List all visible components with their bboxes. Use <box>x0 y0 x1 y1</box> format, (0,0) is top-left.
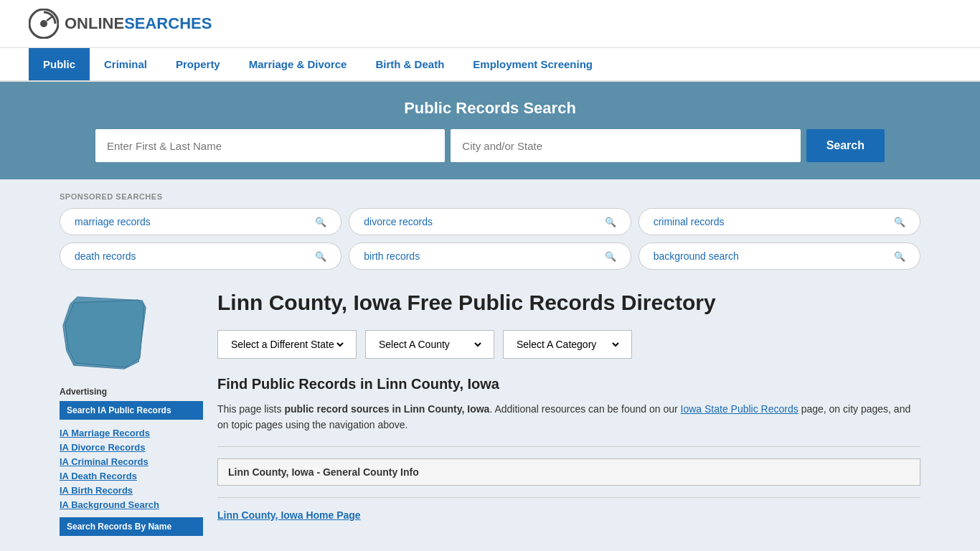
sidebar-ad-label: Advertising <box>60 387 203 397</box>
search-form: Search <box>95 129 885 162</box>
sponsored-pill-criminal-label: criminal records <box>654 216 725 227</box>
sponsored-pill-criminal[interactable]: criminal records 🔍 <box>639 208 920 235</box>
search-icon-1: 🔍 <box>315 217 326 227</box>
divider-2 <box>217 497 920 498</box>
iowa-state-link[interactable]: Iowa State Public Records <box>681 403 798 415</box>
sponsored-pill-birth[interactable]: birth records 🔍 <box>349 242 631 270</box>
sidebar-link-criminal[interactable]: IA Criminal Records <box>60 456 149 467</box>
sponsored-pill-death[interactable]: death records 🔍 <box>60 242 341 270</box>
sidebar: Advertising Search IA Public Records IA … <box>60 290 203 536</box>
sponsored-pill-marriage-label: marriage records <box>75 216 151 227</box>
sidebar-link-background[interactable]: IA Background Search <box>60 499 159 510</box>
svg-point-1 <box>40 20 47 27</box>
section-home-page-link[interactable]: Linn County, Iowa Home Page <box>217 509 361 521</box>
main-nav: Public Criminal Property Marriage & Divo… <box>0 48 980 82</box>
county-select[interactable]: Select A County <box>376 338 484 351</box>
county-dropdown[interactable]: Select A County <box>365 330 494 359</box>
state-select[interactable]: Select a Different State <box>228 338 346 351</box>
find-desc-bold: public record sources in Linn County, Io… <box>284 403 489 415</box>
logo-text-searches: SEARCHES <box>124 14 212 32</box>
divider-1 <box>217 446 920 447</box>
nav-property[interactable]: Property <box>161 48 235 80</box>
section-general-county-label: Linn County, Iowa - General County Info <box>228 466 419 478</box>
search-button[interactable]: Search <box>806 129 885 162</box>
sponsored-pill-divorce-label: divorce records <box>364 216 433 227</box>
logo-icon <box>29 9 59 39</box>
sponsored-pill-marriage[interactable]: marriage records 🔍 <box>60 208 341 235</box>
logo-text-online: ONLINE <box>65 14 124 32</box>
svg-line-2 <box>47 16 53 21</box>
main-content: SPONSORED SEARCHES marriage records 🔍 di… <box>45 179 935 550</box>
sidebar-search-by-name-btn[interactable]: Search Records By Name <box>60 517 203 536</box>
sponsored-grid: marriage records 🔍 divorce records 🔍 cri… <box>60 208 920 270</box>
search-icon-3: 🔍 <box>894 217 905 227</box>
sidebar-search-ia-btn[interactable]: Search IA Public Records <box>60 401 203 420</box>
iowa-state-map <box>60 290 153 376</box>
sidebar-link-marriage[interactable]: IA Marriage Records <box>60 428 150 438</box>
search-banner-title: Public Records Search <box>29 99 951 118</box>
state-dropdown[interactable]: Select a Different State <box>217 330 357 359</box>
sidebar-link-birth[interactable]: IA Birth Records <box>60 485 133 496</box>
sidebar-links: IA Marriage Records IA Divorce Records I… <box>60 427 203 510</box>
sidebar-link-death[interactable]: IA Death Records <box>60 471 137 481</box>
page-title: Linn County, Iowa Free Public Records Di… <box>217 290 920 316</box>
sponsored-pill-death-label: death records <box>75 250 136 262</box>
site-header: ONLINESEARCHES <box>0 0 980 48</box>
search-banner: Public Records Search Search <box>0 82 980 179</box>
category-select[interactable]: Select A Category <box>514 338 621 351</box>
sidebar-link-divorce[interactable]: IA Divorce Records <box>60 442 145 453</box>
search-icon-2: 🔍 <box>605 217 616 227</box>
category-dropdown[interactable]: Select A Category <box>503 330 632 359</box>
sponsored-section: SPONSORED SEARCHES marriage records 🔍 di… <box>60 179 920 276</box>
find-desc-text1: This page lists <box>217 403 284 415</box>
find-description: This page lists public record sources in… <box>217 401 920 433</box>
find-title: Find Public Records in Linn County, Iowa <box>217 376 920 392</box>
nav-public[interactable]: Public <box>29 48 90 80</box>
nav-employment[interactable]: Employment Screening <box>458 48 607 80</box>
search-icon-4: 🔍 <box>315 251 326 262</box>
sponsored-pill-background-label: background search <box>654 250 739 262</box>
nav-criminal[interactable]: Criminal <box>90 48 161 80</box>
sponsored-label: SPONSORED SEARCHES <box>60 192 920 201</box>
nav-marriage-divorce[interactable]: Marriage & Divorce <box>235 48 362 80</box>
section-general-county[interactable]: Linn County, Iowa - General County Info <box>217 458 920 486</box>
search-icon-5: 🔍 <box>605 251 616 262</box>
name-input[interactable] <box>95 129 445 162</box>
find-desc-text2: . Additional resources can be found on o… <box>489 403 680 415</box>
sponsored-pill-divorce[interactable]: divorce records 🔍 <box>349 208 631 235</box>
sponsored-pill-background[interactable]: background search 🔍 <box>639 242 920 270</box>
dropdowns-row: Select a Different State Select A County… <box>217 330 920 359</box>
main-panel: Linn County, Iowa Free Public Records Di… <box>217 290 920 536</box>
nav-birth-death[interactable]: Birth & Death <box>361 48 458 80</box>
sponsored-pill-birth-label: birth records <box>364 250 420 262</box>
location-input[interactable] <box>451 129 800 162</box>
content-area: Advertising Search IA Public Records IA … <box>60 276 920 550</box>
search-icon-6: 🔍 <box>894 251 905 262</box>
logo[interactable]: ONLINESEARCHES <box>29 9 212 39</box>
logo-text: ONLINESEARCHES <box>65 14 212 33</box>
